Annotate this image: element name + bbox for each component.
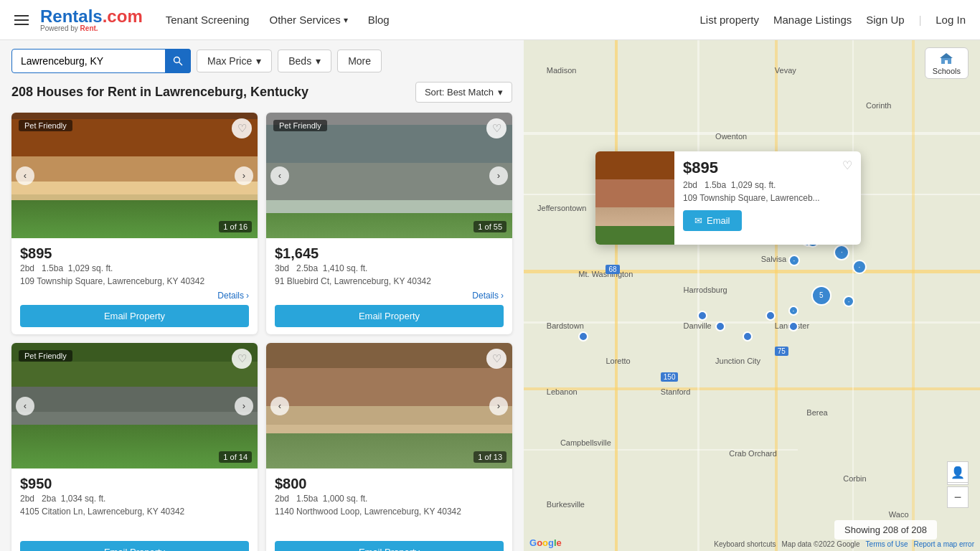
map-label-danville: Danville [684,321,712,330]
highway-150: 150 [661,372,679,382]
card-address-4: 1140 Northwood Loop, Lawrenceburg, KY 40… [275,507,504,517]
card-address-2: 91 Bluebird Ct, Lawrenceburg, KY 40342 [275,276,504,286]
image-counter-1: 1 of 16 [219,221,252,232]
street-view-button[interactable]: 👤 [947,461,969,483]
keyboard-shortcuts[interactable]: Keyboard shortcuts [714,540,776,548]
popup-meta: 2bd 1.5ba 1,029 sq. ft. [683,180,852,190]
card-next-4[interactable]: › [489,397,508,415]
sort-button[interactable]: Sort: Best Match ▾ [415,82,512,103]
card-next-2[interactable]: › [489,166,508,185]
signup-button[interactable]: Sign Up [866,14,904,26]
hamburger-menu[interactable] [14,15,29,25]
schools-button[interactable]: Schools [925,47,969,79]
search-bar: Max Price ▾ Beds ▾ More [11,49,512,73]
card-address-1: 109 Township Square, Lawrenceburg, KY 40… [20,276,249,286]
map-cluster-10[interactable]: · [788,306,798,316]
map-cluster-9[interactable]: 5 [811,286,831,306]
card-prev-2[interactable]: ‹ [270,166,289,185]
card-image-4: ‹ › ♡ 1 of 13 [266,343,512,468]
nav-other-services[interactable]: Other Services ▾ [269,14,347,26]
card-image-3: ‹ › Pet Friendly ♡ 1 of 14 [11,343,258,468]
map-dot-6[interactable] [578,331,588,342]
map-label-harrodsburg: Harrodsburg [684,286,727,294]
details-link-2[interactable]: Details › [472,291,504,301]
map-canvas[interactable]: Madison Vevay Corinth Owenton Carrollton… [524,40,980,551]
favorite-button-4[interactable]: ♡ [486,349,507,369]
map-cluster-6[interactable]: · [834,245,849,260]
results-title: 208 Houses for Rent in Lawrenceburg, Ken… [11,85,308,100]
map-dot-5[interactable] [788,321,798,331]
list-property-link[interactable]: List property [699,14,759,26]
map-dot-1[interactable] [697,311,707,321]
map-label-loretto: Loretto [606,357,630,365]
report-map-error-link[interactable]: Report a map error [914,540,974,548]
email-property-button-3[interactable]: Email Property [20,541,249,551]
email-property-button-1[interactable]: Email Property [20,305,249,327]
details-link-1[interactable]: Details › [217,291,249,301]
popup-address: 109 Township Square, Lawrenceb... [683,193,852,203]
search-input-wrap [11,49,191,73]
map-label-lebanon: Lebanon [547,387,578,396]
header: Rentals.com Powered by Rent. Tenant Scre… [0,0,980,40]
map-label-berea: Berea [806,408,827,417]
pet-friendly-badge-3: Pet Friendly [19,350,72,362]
card-price-4: $800 [275,476,504,492]
popup-favorite-button[interactable]: ♡ [842,159,852,172]
card-next-1[interactable]: › [235,166,253,185]
svg-line-1 [179,62,183,66]
email-icon: ✉ [694,215,702,226]
favorite-button-1[interactable]: ♡ [232,118,252,138]
more-filter[interactable]: More [337,50,382,72]
property-card-1: ‹ › Pet Friendly ♡ 1 of 16 $895 2bd 1.5b… [11,113,258,334]
terms-of-use-link[interactable]: Terms of Use [866,540,908,548]
svg-point-0 [174,57,180,63]
search-button[interactable] [165,49,191,73]
card-price-1: $895 [20,245,249,262]
card-next-3[interactable]: › [235,397,253,415]
divider: | [919,14,922,26]
nav-blog[interactable]: Blog [368,14,390,26]
card-body-4: $800 2bd 1.5ba 1,000 sq. ft. 1140 Northw… [266,468,512,551]
map-cluster-8[interactable]: · [852,260,867,274]
search-input[interactable] [11,49,191,73]
card-body-3: $950 2bd 2ba 1,034 sq. ft. 4105 Citation… [11,468,258,551]
map-dot-2[interactable] [715,321,725,331]
chevron-right-icon: › [501,291,504,301]
popup-email-button[interactable]: ✉ Email [683,210,742,231]
favorite-button-2[interactable]: ♡ [486,118,507,138]
highway-75: 75 [775,347,788,356]
max-price-filter[interactable]: Max Price ▾ [197,50,272,72]
left-panel: Max Price ▾ Beds ▾ More 208 Houses for R… [0,40,524,551]
beds-filter[interactable]: Beds ▾ [278,50,331,72]
nav-tenant-screening[interactable]: Tenant Screening [166,14,250,26]
showing-count: Showing 208 of 208 [844,524,927,535]
popup-body: $895 ♡ 2bd 1.5ba 1,029 sq. ft. 109 Towns… [674,151,861,245]
image-counter-2: 1 of 55 [473,221,507,232]
results-header: 208 Houses for Rent in Lawrenceburg, Ken… [11,82,512,103]
chevron-down-icon: ▾ [498,87,503,98]
header-actions: List property Manage Listings Sign Up | … [699,14,966,26]
email-property-button-4[interactable]: Email Property [275,541,504,551]
logo[interactable]: Rentals.com Powered by Rent. [40,8,143,32]
logo-subtitle: Powered by Rent. [40,25,143,32]
email-property-button-2[interactable]: Email Property [275,305,504,327]
map-dot-3[interactable] [743,331,753,342]
zoom-out-button[interactable]: − [947,486,969,508]
card-prev-4[interactable]: ‹ [270,397,289,415]
main-layout: Max Price ▾ Beds ▾ More 208 Houses for R… [0,40,980,551]
login-button[interactable]: Log In [936,14,966,26]
map-label-madison: Madison [547,66,577,75]
map-data-credit: Map data ©2022 Google [781,540,859,548]
map-cluster-7[interactable]: · [788,255,800,266]
card-image-2: ‹ › Pet Friendly ♡ 1 of 55 [266,113,512,238]
map-label-salvisa: Salvisa [761,255,786,263]
manage-listings-link[interactable]: Manage Listings [773,14,852,26]
map-label-campbellsville: Campbellsville [560,438,611,447]
map-label-stanford: Stanford [661,387,691,396]
favorite-button-3[interactable]: ♡ [232,349,252,369]
main-nav: Tenant Screening Other Services ▾ Blog [166,14,390,26]
card-prev-1[interactable]: ‹ [16,166,34,185]
pet-friendly-badge-2: Pet Friendly [273,120,327,131]
card-prev-3[interactable]: ‹ [16,397,34,415]
schools-label: Schools [933,67,961,75]
